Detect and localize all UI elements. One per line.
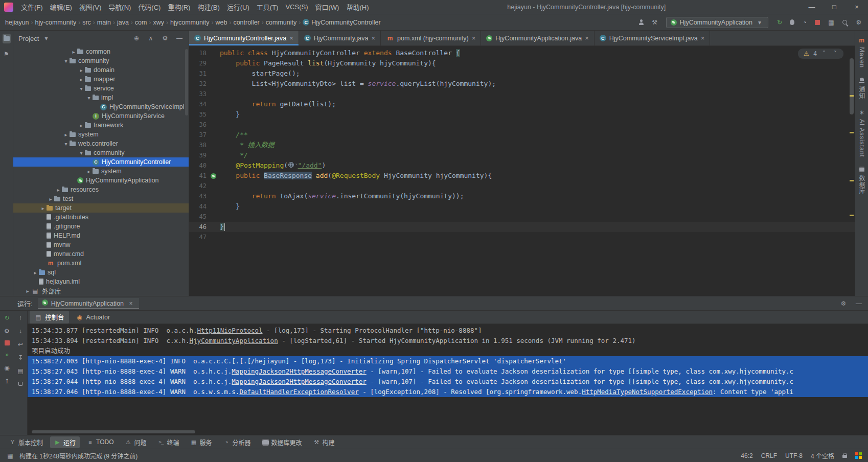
tree-toggle-icon[interactable]: ▸ (24, 288, 31, 294)
close-tab-icon[interactable]: × (585, 34, 589, 42)
inspections-widget[interactable]: ⚠ 4 ˆˇ (798, 49, 843, 59)
menu-item[interactable]: 窗口(W) (312, 1, 343, 13)
collapse-all-icon[interactable]: ⊼ (147, 34, 155, 42)
menu-item[interactable]: 运行(U) (223, 1, 253, 13)
clear-icon[interactable] (18, 382, 22, 386)
tree-item[interactable]: ▸resources (13, 185, 189, 194)
tool-button-build[interactable]: ⚒构建 (309, 436, 339, 448)
stripe-maven[interactable]: mMaven (857, 34, 867, 71)
print-icon[interactable]: ▤ (16, 367, 25, 375)
close-tab-icon[interactable]: × (472, 34, 476, 42)
menu-item[interactable]: 视图(V) (76, 1, 105, 13)
menu-item[interactable]: 帮助(H) (342, 1, 372, 13)
scrollbar-warning-mark[interactable] (850, 180, 854, 181)
settings-icon[interactable]: ⚙ (839, 299, 848, 308)
tree-item[interactable]: ▸system (13, 130, 189, 139)
resume-icon[interactable]: » (3, 351, 11, 359)
tree-item[interactable]: .gitignore (13, 222, 189, 231)
breadcrumb-item[interactable]: src (82, 19, 91, 26)
menu-item[interactable]: 导航(N) (105, 1, 134, 13)
console-tab-Actuator[interactable]: ◉Actuator (71, 312, 115, 323)
editor-tab[interactable]: HjyCommunityApplication.java× (481, 31, 594, 45)
hammer-icon[interactable]: ⚒ (651, 18, 659, 27)
menu-item[interactable]: 文件(F) (17, 1, 47, 13)
tree-item[interactable]: ▸sql (13, 268, 189, 277)
tool-button-profiler[interactable]: ◔分析器 (219, 436, 255, 448)
tree-item[interactable]: ▸mapper (13, 75, 189, 84)
rerun-icon[interactable]: ↻ (3, 314, 11, 322)
hide-icon[interactable]: — (855, 299, 863, 308)
scrollbar-warning-mark[interactable] (850, 132, 854, 133)
chev-up-icon[interactable]: ˆ (820, 50, 828, 58)
locate-icon[interactable]: ⊕ (132, 34, 141, 42)
breadcrumb-item[interactable]: com (135, 19, 147, 26)
tool-button-todo[interactable]: ≡TODO (83, 437, 118, 447)
url-icon[interactable] (288, 162, 294, 168)
tree-toggle-icon[interactable]: ▾ (62, 141, 70, 147)
tree-item[interactable]: ▾community (13, 56, 189, 65)
tree-item[interactable]: hejiayun.iml (13, 277, 189, 286)
tree-item[interactable]: CHjyCommunityServiceImpl (13, 102, 189, 111)
project-view-selector[interactable]: ▾ (42, 34, 50, 42)
console-hyperlink[interactable]: HjyCommunityApplication (190, 337, 278, 344)
indent-style[interactable]: 4 个空格 (811, 451, 834, 460)
tool-button-version-control[interactable]: Y版本控制 (5, 436, 47, 448)
tree-toggle-icon[interactable]: ▸ (78, 67, 85, 73)
tree-toggle-icon[interactable]: ▾ (62, 58, 70, 64)
four-color-grid-icon[interactable] (855, 452, 862, 459)
stripe-ai-assistant[interactable]: ∗AI Assistant (857, 106, 867, 160)
users-icon[interactable] (638, 19, 645, 26)
settings-icon[interactable]: ⚙ (161, 34, 169, 42)
close-button[interactable]: × (846, 0, 868, 14)
tree-item[interactable]: ▾community (13, 148, 189, 157)
tool-switcher-icon[interactable]: ▦ (6, 452, 14, 460)
tool-button-run[interactable]: ▶运行 (50, 436, 80, 448)
caret-position[interactable]: 46:2 (741, 452, 752, 459)
breadcrumb-item[interactable]: java (117, 19, 129, 26)
scrollbar-warning-mark[interactable] (850, 215, 854, 216)
search-icon[interactable] (841, 19, 849, 26)
tree-item[interactable]: .gitattributes (13, 213, 189, 222)
maximize-button[interactable]: □ (823, 0, 846, 14)
scroll-end-icon[interactable]: ↧ (16, 354, 25, 362)
rerun-icon[interactable]: ↻ (775, 18, 784, 27)
tree-item[interactable]: mpom.xml (13, 259, 189, 268)
stripe-bookmarks[interactable]: ⚑ (2, 48, 12, 61)
tree-item[interactable]: ▾service (13, 84, 189, 93)
stop-icon[interactable] (5, 340, 10, 345)
run-config-selector[interactable]: HjyCommunityApplication▾ (666, 17, 768, 28)
close-tab-icon[interactable]: × (372, 34, 376, 42)
tree-item[interactable]: CHjyCommunityController (13, 157, 189, 167)
breadcrumb-item[interactable]: hjy-community (35, 19, 77, 26)
tree-item[interactable]: ▸target (13, 203, 189, 213)
editor-tab[interactable]: CHjyCommunityServiceImpl.java× (595, 31, 711, 45)
tree-item[interactable]: HELP.md (13, 231, 189, 240)
tree-item[interactable]: ▾impl (13, 93, 189, 102)
export-icon[interactable]: ↥ (3, 377, 11, 385)
grid-layout-icon[interactable]: ▦ (827, 18, 835, 27)
close-tab-icon[interactable]: × (701, 34, 705, 42)
tree-item[interactable]: ▸▤外部库 (13, 286, 189, 295)
menu-item[interactable]: 重构(R) (164, 1, 194, 13)
tree-item[interactable]: mvnw.cmd (13, 249, 189, 259)
breadcrumb-item[interactable]: xwy (153, 19, 164, 26)
breadcrumb-item[interactable]: main (97, 19, 111, 26)
tree-toggle-icon[interactable]: ▸ (47, 196, 54, 202)
menu-item[interactable]: VCS(S) (282, 2, 311, 12)
console-hyperlink[interactable]: MappingJackson2HttpMessageConverter (232, 378, 366, 385)
up-icon[interactable]: ↑ (16, 314, 25, 322)
profiler-icon[interactable]: ◔ (801, 18, 809, 27)
line-separator[interactable]: CRLF (761, 452, 777, 459)
tool-button-problems[interactable]: ⚠问题 (121, 436, 150, 448)
minimize-button[interactable]: — (801, 0, 823, 14)
menu-item[interactable]: 工具(T) (253, 1, 282, 13)
console-hyperlink[interactable]: MappingJackson2HttpMessageConverter (232, 367, 366, 375)
lock-icon[interactable] (842, 455, 847, 458)
tree-toggle-icon[interactable]: ▾ (85, 95, 93, 101)
editor-scrollbar[interactable] (849, 46, 855, 296)
settings-icon[interactable]: ⚙ (855, 18, 863, 27)
tree-toggle-icon[interactable]: ▾ (78, 86, 85, 91)
tool-button-terminal[interactable]: >_终端 (154, 436, 184, 448)
tree-item[interactable]: ▸system (13, 167, 189, 176)
console-tab-控制台[interactable]: ▤控制台 (30, 311, 69, 324)
